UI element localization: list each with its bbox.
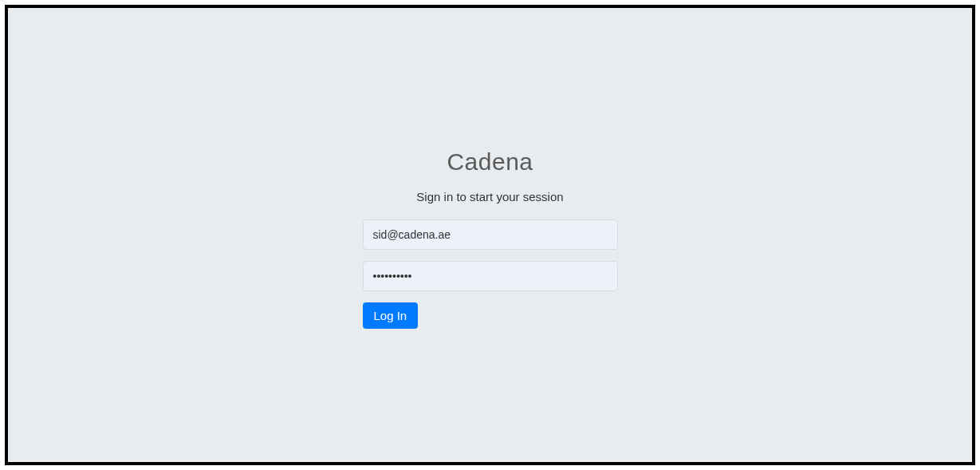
brand-title: Cadena — [447, 148, 533, 176]
email-field[interactable] — [363, 219, 618, 250]
signin-subtitle: Sign in to start your session — [416, 190, 563, 203]
app-frame: Cadena Sign in to start your session Log… — [5, 5, 975, 465]
password-field[interactable] — [363, 261, 618, 291]
button-row: Log In — [363, 302, 618, 329]
login-box: Cadena Sign in to start your session Log… — [363, 148, 618, 329]
login-button[interactable]: Log In — [363, 302, 419, 329]
